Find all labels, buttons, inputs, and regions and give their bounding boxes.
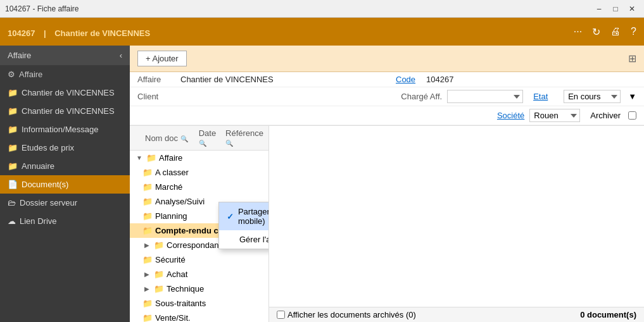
title-bar-text: 104267 - Fiche affaire (5, 4, 79, 13)
ref-search-icon[interactable]: 🔍 (225, 140, 233, 147)
tree-item-affaire[interactable]: ▼ 📁 Affaire (130, 151, 268, 165)
societe-select[interactable]: Rouen (529, 109, 580, 122)
maximize-button[interactable]: □ (609, 3, 622, 15)
tree-item-label: Analyse/Suivi (155, 197, 205, 206)
context-menu: ✓ Partager sur le web (appli mobile) Gér… (218, 202, 269, 249)
checkmark-icon: ✓ (227, 212, 234, 221)
context-menu-item-partager[interactable]: ✓ Partager sur le web (appli mobile) (219, 202, 269, 230)
help-button[interactable]: ? (631, 26, 636, 37)
folder-icon: 📁 (142, 211, 153, 221)
sidebar-title: Affaire (8, 51, 31, 60)
doc-tree-header: Nom doc 🔍 Date 🔍 Référence 🔍 (130, 126, 268, 151)
folder-icon: 📁 (154, 269, 164, 279)
tree-item-label: Sécurité (155, 255, 186, 264)
folder-multicolor-icon: 📁 (8, 125, 18, 134)
sidebar-item-affaire[interactable]: ⚙ Affaire (0, 65, 130, 84)
folder-icon: 📁 (154, 240, 164, 250)
tree-item-label: Achat (167, 269, 187, 279)
header-bar: 104267 | Chantier de VINCENNES ··· ↻ 🖨 ? (0, 18, 644, 46)
sidebar-item-label: Affaire (19, 70, 42, 79)
tree-item-vente[interactable]: 📁 Vente/Sit. (130, 311, 268, 322)
tree-item-label: A classer (155, 168, 189, 177)
close-button[interactable]: ✕ (625, 3, 639, 15)
form-section: Affaire Chantier de VINCENNES Code 10426… (130, 72, 644, 126)
context-menu-item-gerer[interactable]: Gérer l'arborescence (219, 230, 269, 249)
date-search-icon[interactable]: 🔍 (199, 140, 206, 147)
code-label: Code (396, 75, 421, 84)
refresh-button[interactable]: ↻ (592, 26, 600, 38)
expand-correspondance[interactable]: ▶ (142, 241, 151, 250)
tree-item-label: Technique (167, 284, 204, 294)
folder-icon: 📁 (142, 197, 153, 206)
sidebar-item-etudes[interactable]: 📁 Etudes de prix (0, 139, 130, 157)
gear-icon: ⚙ (8, 70, 15, 79)
tree-pane: Nom doc 🔍 Date 🔍 Référence 🔍 ▼ (130, 126, 269, 322)
tree-item-label: Marché (155, 182, 182, 192)
tree-item-securite[interactable]: 📁 Sécurité (130, 252, 268, 267)
main-layout: Affaire ‹ ⚙ Affaire 📁 Chantier de VINCEN… (0, 46, 644, 322)
tree-item-marche[interactable]: 📁 Marché (130, 180, 268, 194)
folder-icon: 📁 (142, 299, 153, 308)
sidebar-item-label: Information/Message (22, 125, 98, 134)
tree-item-label: Affaire (159, 153, 182, 163)
document-icon: 📄 (8, 180, 18, 189)
tree-item-soustraitants[interactable]: 📁 Sous-traitants (130, 296, 268, 311)
societe-label: Société (497, 111, 524, 120)
sidebar-item-chantier1[interactable]: 📁 Chantier de VINCENNES (0, 84, 130, 102)
tree-item-label: Sous-traitants (155, 299, 206, 308)
folder-yellow-icon: 📁 (8, 106, 18, 116)
show-archived-checkbox[interactable] (277, 311, 285, 319)
cloud-icon: ☁ (8, 216, 16, 226)
doc-pane (269, 126, 644, 322)
show-archived-label: Afficher les documents archivés (0) (287, 310, 416, 319)
print-button[interactable]: 🖨 (610, 26, 621, 37)
sidebar-item-chantier2[interactable]: 📁 Chantier de VINCENNES (0, 102, 130, 120)
affaire-value: Chantier de VINCENNES (180, 75, 391, 84)
expand-affaire[interactable]: ▼ (135, 154, 144, 163)
etat-select[interactable]: En cours (564, 90, 621, 103)
expand-achat[interactable]: ▶ (142, 270, 151, 279)
minimize-button[interactable]: – (592, 3, 606, 15)
form-row-client: Client Chargé Aff. Etat En cours ▼ (130, 87, 644, 106)
grid-view-icon[interactable]: ⊞ (628, 53, 636, 65)
client-label: Client (137, 92, 175, 101)
nom-doc-col: Nom doc 🔍 (145, 133, 199, 143)
charge-label: Chargé Aff. (401, 92, 442, 101)
affaire-label: Affaire (137, 75, 175, 84)
tree-item-aclasser[interactable]: 📁 A classer (130, 165, 268, 180)
title-bar-controls: – □ ✕ (592, 3, 639, 15)
sidebar-item-annuaire[interactable]: 📁 Annuaire (0, 157, 130, 175)
sidebar-item-dossier[interactable]: 🗁 Dossier serveur (0, 194, 130, 212)
form-row-societe: Société Rouen Archiver (130, 106, 644, 125)
sidebar-item-label: Document(s) (22, 180, 68, 189)
etat-label: Etat (533, 92, 559, 101)
form-row-affaire: Affaire Chantier de VINCENNES Code 10426… (130, 72, 644, 87)
folder-icon: 📁 (154, 284, 164, 294)
sidebar-item-label: Annuaire (22, 161, 54, 171)
archiver-checkbox[interactable] (628, 111, 636, 120)
folder-icon: 📁 (142, 226, 153, 235)
tree-item-technique[interactable]: ▶ 📁 Technique (130, 282, 268, 296)
context-menu-label: Partager sur le web (appli mobile) (238, 207, 269, 226)
doc-count-badge: 0 document(s) (580, 310, 636, 319)
charge-select[interactable] (447, 90, 523, 103)
nom-search-icon[interactable]: 🔍 (180, 135, 188, 142)
sidebar-item-documents[interactable]: 📄 Document(s) (0, 175, 130, 194)
add-button[interactable]: + Ajouter (137, 51, 187, 66)
folder-orange-icon: 📁 (8, 88, 18, 97)
sidebar-item-info[interactable]: 📁 Information/Message (0, 120, 130, 139)
sidebar-item-label: Dossier serveur (20, 198, 77, 207)
archiver-label: Archiver (590, 111, 621, 120)
folder-blue-icon: 📁 (8, 161, 18, 171)
sidebar-item-label: Lien Drive (20, 216, 57, 226)
header-title: 104267 | Chantier de VINCENNES (8, 25, 150, 39)
content-body: Nom doc 🔍 Date 🔍 Référence 🔍 ▼ (130, 126, 644, 322)
more-options-button[interactable]: ··· (574, 26, 582, 37)
expand-technique[interactable]: ▶ (142, 285, 151, 294)
sidebar-item-label: Etudes de prix (22, 143, 74, 152)
sidebar-item-drive[interactable]: ☁ Lien Drive (0, 212, 130, 230)
tree-item-achat[interactable]: ▶ 📁 Achat (130, 267, 268, 282)
sidebar-item-label: Chantier de VINCENNES (22, 88, 115, 97)
sidebar-collapse-button[interactable]: ‹ (120, 51, 122, 60)
content-area: + Ajouter ⊞ Affaire Chantier de VINCENNE… (130, 46, 644, 322)
